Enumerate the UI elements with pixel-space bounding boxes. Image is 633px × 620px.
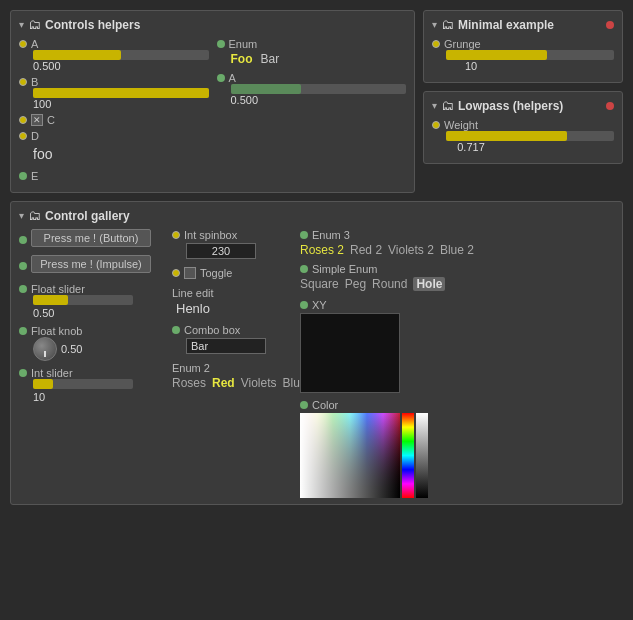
float-knob-label: Float knob: [31, 325, 82, 337]
dot-color: [300, 401, 308, 409]
color-hue-slider[interactable]: [402, 413, 414, 498]
color-picker[interactable]: [300, 413, 614, 498]
dot-btn-impulse: [19, 262, 27, 270]
dot-enum-right: [217, 40, 225, 48]
float-knob[interactable]: [33, 337, 57, 361]
controls-helpers-title: Controls helpers: [45, 18, 140, 32]
slider-a-right-value: 0.500: [231, 94, 407, 106]
chevron-icon: ▾: [19, 19, 24, 30]
enum3-blue2[interactable]: Blue 2: [440, 243, 474, 257]
folder-gallery-icon: 🗂: [28, 208, 41, 223]
float-slider-value: 0.50: [33, 307, 164, 319]
line-edit-value[interactable]: Henlo: [176, 301, 292, 316]
label-d: D: [31, 130, 39, 142]
slider-a-label: A: [31, 38, 38, 50]
weight-value: 0.717: [446, 141, 496, 153]
slider-b-track[interactable]: [33, 88, 209, 98]
dot-weight: [432, 121, 440, 129]
label-e: E: [31, 170, 38, 182]
xy-label: XY: [312, 299, 327, 311]
enum2-red[interactable]: Red: [212, 376, 235, 390]
weight-slider-track[interactable]: [446, 131, 614, 141]
press-button-btn[interactable]: Press me ! (Button): [31, 229, 151, 247]
folder-minimal-icon: 🗂: [441, 17, 454, 32]
int-slider-value: 10: [33, 391, 164, 403]
dot-float-knob: [19, 327, 27, 335]
xy-pad[interactable]: [300, 313, 400, 393]
enum3-row: Roses 2 Red 2 Violets 2 Blue 2: [300, 243, 614, 257]
folder-lowpass-icon: 🗂: [441, 98, 454, 113]
simple-enum-label: Simple Enum: [312, 263, 377, 275]
dot-float-slider: [19, 285, 27, 293]
lowpass-title: Lowpass (helpers): [458, 99, 563, 113]
dot-lowpass-red: [606, 102, 614, 110]
int-slider-track[interactable]: [33, 379, 133, 389]
dot-int-slider: [19, 369, 27, 377]
checkbox-c[interactable]: ✕: [31, 114, 43, 126]
grunge-label: Grunge: [444, 38, 481, 50]
dot-a-right: [217, 74, 225, 82]
grunge-slider-track[interactable]: [446, 50, 614, 60]
float-knob-value: 0.50: [61, 343, 82, 355]
int-slider-label: Int slider: [31, 367, 73, 379]
grunge-value: 10: [446, 60, 496, 72]
enum2-roses[interactable]: Roses: [172, 376, 206, 390]
toggle-label: Toggle: [200, 267, 232, 279]
slider-a-right-label: A: [229, 72, 236, 84]
float-slider-label: Float slider: [31, 283, 85, 295]
dot-enum3: [300, 231, 308, 239]
chevron-lowpass-icon: ▾: [432, 100, 437, 111]
enum3-roses2[interactable]: Roses 2: [300, 243, 344, 257]
enum3-red2[interactable]: Red 2: [350, 243, 382, 257]
enum-foo[interactable]: Foo: [231, 52, 253, 66]
weight-label: Weight: [444, 119, 478, 131]
dot-btn-button: [19, 236, 27, 244]
enum-bar[interactable]: Bar: [261, 52, 280, 66]
slider-b-label: B: [31, 76, 38, 88]
chevron-gallery-icon: ▾: [19, 210, 24, 221]
simple-enum-hole[interactable]: Hole: [413, 277, 445, 291]
dot-e: [19, 172, 27, 180]
dot-simple-enum: [300, 265, 308, 273]
dot-b-left: [19, 78, 27, 86]
combo-input[interactable]: [186, 338, 266, 354]
dot-xy: [300, 301, 308, 309]
dot-grunge: [432, 40, 440, 48]
dot-a-left: [19, 40, 27, 48]
slider-a-value: 0.500: [33, 60, 209, 72]
slider-b-value: 100: [33, 98, 209, 110]
press-impulse-btn[interactable]: Press me ! (Impulse): [31, 255, 151, 273]
line-edit-label: Line edit: [172, 287, 214, 299]
minimal-example-title: Minimal example: [458, 18, 554, 32]
combo-label: Combo box: [184, 324, 240, 336]
dot-c: [19, 116, 27, 124]
foo-text[interactable]: foo: [33, 146, 52, 162]
chevron-minimal-icon: ▾: [432, 19, 437, 30]
label-c: C: [47, 114, 55, 126]
simple-enum-row: Square Peg Round Hole: [300, 277, 614, 291]
spinbox-input[interactable]: [186, 243, 256, 259]
dot-minimal-red: [606, 21, 614, 29]
spinbox-label: Int spinbox: [184, 229, 237, 241]
toggle-checkbox[interactable]: [184, 267, 196, 279]
float-slider-track[interactable]: [33, 295, 133, 305]
gallery-title: Control gallery: [45, 209, 130, 223]
enum2-label: Enum 2: [172, 362, 292, 374]
folder-icon: 🗂: [28, 17, 41, 32]
enum-label: Enum: [229, 38, 258, 50]
enum2-violets[interactable]: Violets: [241, 376, 277, 390]
enum3-label: Enum 3: [312, 229, 350, 241]
enum3-violets2[interactable]: Violets 2: [388, 243, 434, 257]
color-spectrum[interactable]: [300, 413, 400, 498]
slider-a-right-track[interactable]: [231, 84, 407, 94]
color-label: Color: [312, 399, 338, 411]
enum2-row: Roses Red Violets Blue: [172, 376, 292, 390]
simple-enum-round[interactable]: Round: [372, 277, 407, 291]
color-alpha-slider[interactable]: [416, 413, 428, 498]
simple-enum-square[interactable]: Square: [300, 277, 339, 291]
dot-spinbox: [172, 231, 180, 239]
dot-toggle: [172, 269, 180, 277]
slider-a-track[interactable]: [33, 50, 209, 60]
simple-enum-peg[interactable]: Peg: [345, 277, 366, 291]
dot-d: [19, 132, 27, 140]
